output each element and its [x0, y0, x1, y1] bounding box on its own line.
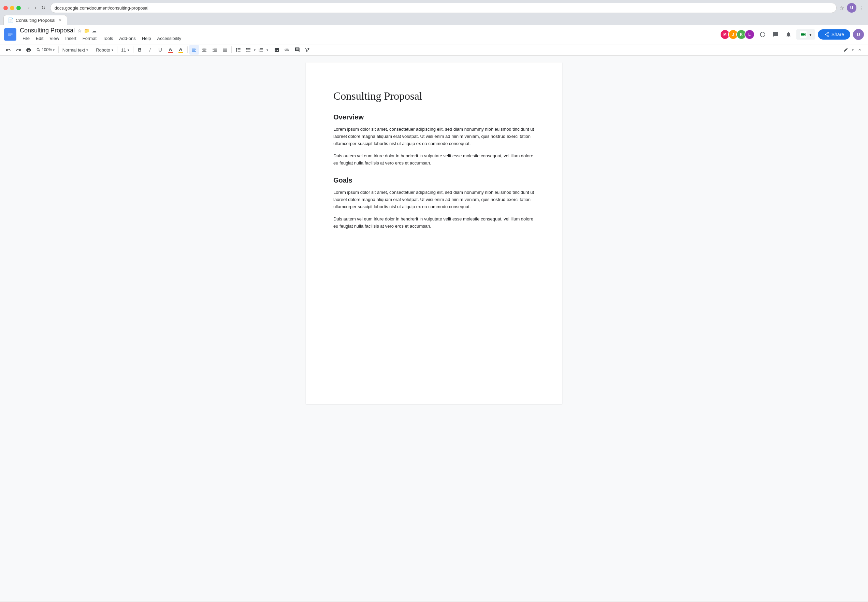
meet-dropdown-icon: ▾	[809, 32, 812, 37]
section-heading-goals[interactable]: Goals	[333, 177, 535, 184]
section-goals-para-2[interactable]: Duis autem vel eum iriure dolor in hendr…	[333, 216, 535, 230]
document-page: Consulting Proposal Overview Lorem ipsum…	[306, 63, 562, 404]
font-selector[interactable]: Roboto ▾	[94, 45, 115, 55]
toolbar-sep-5	[187, 46, 188, 53]
tab-close-button[interactable]: ×	[57, 17, 63, 23]
undo-button[interactable]	[3, 45, 13, 55]
browser-menu-icon[interactable]: ⋮	[859, 5, 865, 11]
doc-title[interactable]: Consulting Proposal	[20, 27, 75, 34]
doc-title-icons: ☆ 📁 ☁	[77, 28, 97, 34]
menu-tools[interactable]: Tools	[100, 35, 116, 42]
browser-user-avatar[interactable]: U	[847, 3, 856, 12]
numbered-list-dropdown[interactable]: ▾	[267, 48, 268, 52]
comments-button[interactable]	[770, 30, 781, 39]
menu-file[interactable]: File	[20, 35, 32, 42]
edit-mode-button[interactable]	[841, 45, 851, 55]
text-color-bar	[168, 52, 173, 53]
collapse-toolbar-button[interactable]	[855, 45, 865, 55]
share-button[interactable]: Share	[818, 29, 850, 40]
numbered-list-button[interactable]	[256, 45, 266, 55]
italic-button[interactable]: I	[145, 45, 155, 55]
highlight-color-bar	[178, 52, 183, 53]
menu-help[interactable]: Help	[139, 35, 154, 42]
zoom-control[interactable]: 100% ▾	[34, 45, 57, 55]
text-style-selector[interactable]: Normal text ▾	[60, 45, 90, 55]
doc-section-overview: Overview Lorem ipsum dolor sit amet, con…	[333, 113, 535, 167]
section-goals-para-1[interactable]: Lorem ipsum dolor sit amet, consectetuer…	[333, 189, 535, 210]
underline-button[interactable]: U	[156, 45, 165, 55]
menu-format[interactable]: Format	[80, 35, 99, 42]
formatting-toolbar: 100% ▾ Normal text ▾ Roboto ▾ 11 ▾ B I U	[0, 45, 868, 55]
traffic-lights	[3, 6, 21, 10]
text-color-button[interactable]: A	[166, 45, 175, 55]
font-size-value: 11	[121, 48, 126, 52]
text-color-label: A	[169, 47, 172, 52]
refresh-button[interactable]: ↻	[40, 4, 48, 12]
explore-button[interactable]	[758, 30, 768, 39]
italic-label: I	[149, 47, 151, 52]
notifications-button[interactable]	[784, 30, 794, 39]
forward-button[interactable]: ›	[33, 4, 38, 12]
align-right-button[interactable]	[210, 45, 219, 55]
bold-label: B	[138, 47, 142, 52]
share-btn-label: Share	[831, 32, 844, 37]
menu-view[interactable]: View	[47, 35, 62, 42]
underline-label: U	[159, 47, 162, 52]
font-size-selector[interactable]: 11 ▾	[119, 45, 131, 55]
browser-top-bar: ‹ › ↻ ☆ U ⋮	[3, 3, 865, 13]
document-title[interactable]: Consulting Proposal	[333, 90, 535, 102]
align-center-button[interactable]	[199, 45, 209, 55]
maximize-window-button[interactable]	[16, 6, 21, 10]
close-window-button[interactable]	[3, 6, 8, 10]
menu-insert[interactable]: Insert	[63, 35, 79, 42]
browser-chrome: ‹ › ↻ ☆ U ⋮ 📄 Consulting Proposal ×	[0, 0, 868, 25]
font-value: Roboto	[96, 48, 110, 52]
menu-accessibility[interactable]: Accessibility	[155, 35, 184, 42]
browser-nav-buttons: ‹ › ↻	[26, 4, 48, 12]
highlight-color-button[interactable]: A	[176, 45, 186, 55]
document-area[interactable]: Consulting Proposal Overview Lorem ipsum…	[0, 55, 868, 601]
tab-title: Consulting Proposal	[16, 18, 55, 23]
font-chevron-icon: ▾	[112, 48, 113, 52]
collaborator-avatar-4[interactable]: L	[744, 29, 755, 40]
star-icon[interactable]: ☆	[77, 28, 82, 34]
minimize-window-button[interactable]	[10, 6, 14, 10]
highlight-btn-inner: A	[178, 47, 183, 53]
align-justify-button[interactable]	[220, 45, 230, 55]
back-button[interactable]: ‹	[26, 4, 31, 12]
cloud-sync-icon[interactable]: ☁	[92, 28, 97, 34]
menu-edit[interactable]: Edit	[33, 35, 46, 42]
align-left-button[interactable]	[189, 45, 199, 55]
bold-button[interactable]: B	[135, 45, 145, 55]
clear-formatting-button[interactable]	[303, 45, 312, 55]
section-overview-para-1[interactable]: Lorem ipsum dolor sit amet, consectetuer…	[333, 126, 535, 147]
edit-mode-chevron-icon[interactable]: ▾	[852, 48, 854, 52]
address-bar[interactable]	[50, 3, 837, 13]
folder-icon[interactable]: 📁	[84, 28, 90, 34]
bookmark-icon[interactable]: ☆	[839, 5, 844, 11]
toolbar-sep-1	[58, 46, 59, 53]
toolbar-sep-3	[117, 46, 117, 53]
insert-link-button[interactable]	[282, 45, 292, 55]
redo-button[interactable]	[14, 45, 23, 55]
toolbar-sep-2	[92, 46, 92, 53]
section-overview-para-2[interactable]: Duis autem vel eum iriure dolor in hendr…	[333, 152, 535, 167]
tab-bar: 📄 Consulting Proposal ×	[3, 15, 865, 25]
user-avatar[interactable]: U	[853, 29, 864, 40]
print-button[interactable]	[24, 45, 34, 55]
section-heading-overview[interactable]: Overview	[333, 113, 535, 121]
tab-doc-icon: 📄	[8, 17, 14, 23]
menu-addons[interactable]: Add-ons	[117, 35, 138, 42]
highlight-label: A	[179, 47, 182, 52]
active-tab[interactable]: 📄 Consulting Proposal ×	[3, 15, 67, 25]
bullet-list-button[interactable]	[244, 45, 253, 55]
text-style-chevron-icon: ▾	[86, 48, 88, 52]
insert-comment-button[interactable]	[292, 45, 302, 55]
insert-image-button[interactable]	[272, 45, 282, 55]
google-docs-app: Consulting Proposal ☆ 📁 ☁ File Edit View…	[0, 25, 868, 601]
bullet-list-dropdown[interactable]: ▾	[254, 48, 256, 52]
line-spacing-button[interactable]	[233, 45, 243, 55]
meet-button[interactable]: ▾	[796, 29, 815, 40]
svg-rect-0	[7, 31, 14, 38]
doc-app-icon	[4, 28, 16, 41]
